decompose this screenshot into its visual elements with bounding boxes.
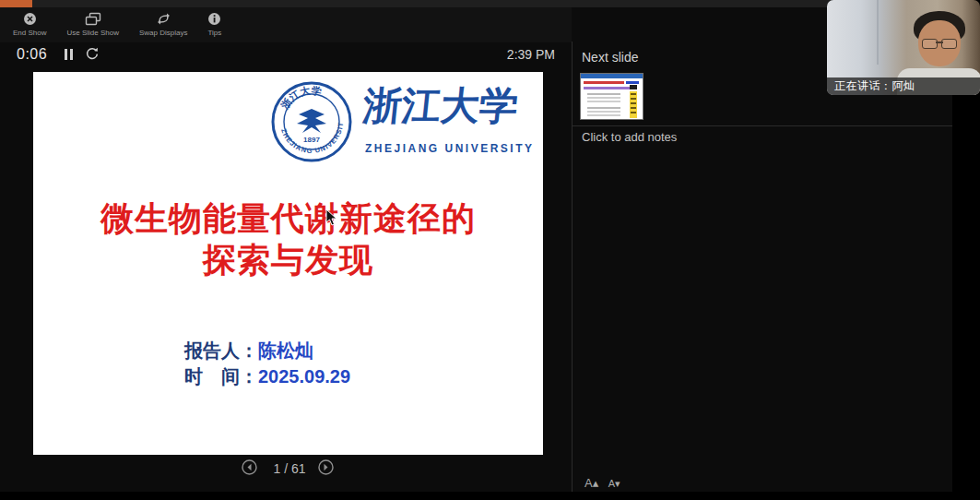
thumb-text-line-blue [626, 81, 639, 84]
next-slide-thumbnail[interactable] [580, 73, 643, 120]
svg-text:浙江大学: 浙江大学 [278, 84, 323, 111]
end-show-label: End Show [13, 29, 46, 37]
swap-displays-icon [156, 12, 171, 26]
end-show-icon [23, 12, 37, 26]
next-slide-button[interactable] [318, 459, 334, 478]
slide-navigation: 1 / 61 [0, 458, 572, 482]
notes-font-controls: A▴ A▾ [584, 474, 626, 491]
active-speaker-label: 正在讲话：阿灿 [827, 77, 980, 95]
background-window-frame [877, 0, 879, 65]
previous-slide-button[interactable] [242, 459, 257, 478]
slide-title: 微生物能量代谢新途径的 探索与发现 [33, 197, 543, 280]
slide-title-line1: 微生物能量代谢新途径的 [33, 197, 543, 239]
thumb-highlight-row [631, 93, 636, 95]
use-slide-show-icon [85, 12, 101, 26]
timer-row: 0:06 2:39 PM [0, 42, 572, 68]
thumb-table-row [587, 114, 620, 116]
presenter-view-window: End Show Use Slide Show Swap Displays Ti… [0, 0, 952, 492]
thumb-image-block [630, 85, 637, 89]
notes-placeholder: Click to add notes [582, 130, 677, 144]
window-top-strip [0, 0, 952, 7]
presenter-label: 报告人： [184, 340, 258, 361]
swap-displays-button[interactable]: Swap Displays [136, 10, 191, 39]
current-slide[interactable]: 浙江大学 ZHEJIANG UNIVERSITY 1897 浙江大学 ZHEJI… [33, 72, 543, 455]
current-time: 2:39 PM [507, 47, 555, 62]
restart-timer-icon [85, 50, 100, 64]
slide-title-line2: 探索与发现 [33, 239, 543, 280]
end-show-button[interactable]: End Show [9, 10, 50, 39]
speaker-notes-area[interactable]: Click to add notes [573, 126, 952, 468]
date-line: 时 间：2025.09.29 [184, 363, 350, 389]
date-value: 2025.09.29 [258, 366, 350, 387]
seal-year: 1897 [303, 136, 320, 144]
date-label: 时 间： [184, 366, 258, 387]
university-seal-icon: 浙江大学 ZHEJIANG UNIVERSITY 1897 [271, 81, 352, 166]
university-wordmark: ZHEJIANG UNIVERSITY [365, 142, 535, 155]
thumb-table-row [587, 97, 620, 99]
tips-label: Tips [208, 29, 222, 37]
university-name-calligraphy: 浙江大学 [361, 87, 540, 125]
thumb-header-bar [581, 74, 643, 78]
mouse-cursor [325, 208, 337, 230]
seal-top-text: 浙江大学 [278, 84, 323, 111]
university-logo: 浙江大学 ZHEJIANG UNIVERSITY 1897 浙江大学 ZHEJI… [271, 79, 538, 172]
use-slide-show-button[interactable]: Use Slide Show [63, 10, 122, 39]
thumb-highlight-row [631, 112, 636, 113]
next-slide-heading: Next slide [582, 50, 638, 65]
page-indicator: 1 / 61 [266, 461, 313, 476]
thumb-highlight-row [631, 98, 636, 100]
presenter-toolbar: End Show Use Slide Show Swap Displays Ti… [0, 7, 572, 42]
presenter-name: 陈松灿 [258, 340, 313, 361]
speaker-glasses [922, 39, 957, 48]
thumb-highlight-row [631, 107, 636, 109]
elapsed-timer: 0:06 [17, 46, 47, 63]
thumb-table-row [587, 111, 620, 113]
tips-icon [207, 12, 221, 26]
thumb-highlight-row [631, 102, 636, 104]
seal-eagle-glyph [297, 109, 326, 133]
powerpoint-accent-tab [0, 0, 32, 7]
webcam-video[interactable]: 正在讲话：阿灿 [827, 0, 980, 95]
thumb-text-line-red [584, 81, 624, 84]
thumb-table-row [587, 93, 620, 95]
presenter-info: 报告人：陈松灿 时 间：2025.09.29 [184, 338, 350, 389]
pause-timer-button[interactable] [65, 49, 76, 61]
thumb-table-row [587, 107, 620, 109]
notes-font-increase-button[interactable]: A▴ [584, 476, 604, 490]
presenter-line: 报告人：陈松灿 [184, 338, 350, 363]
thumb-table-row [587, 101, 620, 102]
tips-button[interactable]: Tips [204, 10, 225, 39]
restart-timer-button[interactable] [85, 46, 100, 64]
use-slide-show-label: Use Slide Show [66, 29, 118, 37]
thumb-highlight-column [630, 91, 637, 118]
swap-displays-label: Swap Displays [139, 29, 187, 37]
notes-font-decrease-button[interactable]: A▾ [608, 478, 626, 490]
